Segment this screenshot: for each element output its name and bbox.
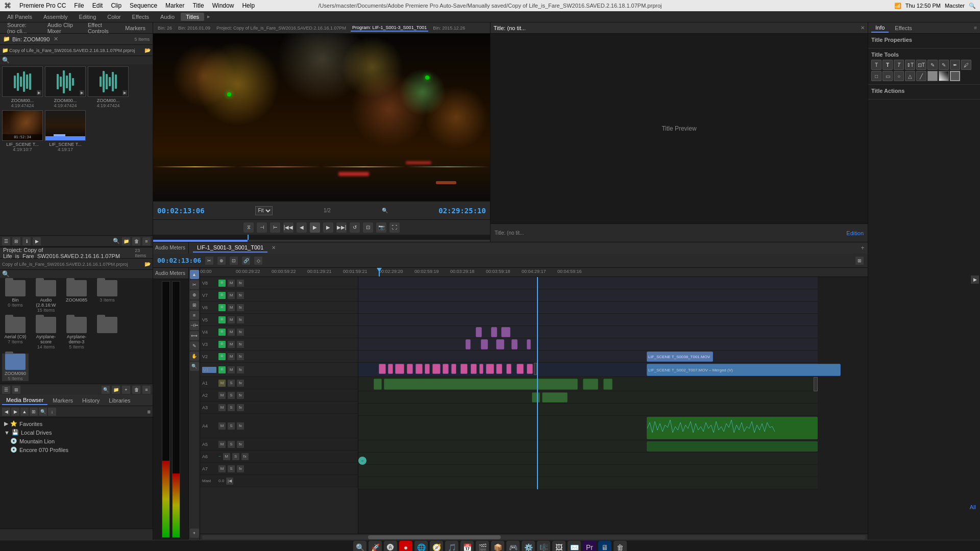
title-tool-pen4-btn[interactable]: 🖊 bbox=[961, 60, 971, 70]
track-v4[interactable] bbox=[358, 326, 818, 338]
track-lock-v4[interactable]: M bbox=[228, 329, 235, 336]
tab-markers[interactable]: Markers bbox=[48, 396, 77, 405]
project-settings-btn[interactable]: ≡ bbox=[142, 386, 151, 394]
clip-v2-lif-scene[interactable]: LIF_SCENE T_S0038_T001.MOV bbox=[647, 352, 713, 362]
clip-v1-lif-merged[interactable]: LIF_SCENE T_S002_T007.MOV – Merged (V) bbox=[647, 364, 841, 376]
clip-v1-8[interactable] bbox=[443, 364, 449, 374]
track-eye-v8[interactable]: 👁 bbox=[218, 280, 226, 287]
track-fx-a3[interactable]: fx bbox=[237, 404, 244, 411]
pm-tab-bin26[interactable]: Bin: 26 bbox=[156, 25, 174, 31]
apple-menu[interactable]: ⌘ bbox=[4, 2, 11, 10]
track-fx-v3[interactable]: fx bbox=[237, 341, 244, 348]
track-eye-v4[interactable]: 👁 bbox=[218, 329, 226, 336]
clip-v1-15[interactable] bbox=[506, 364, 511, 374]
bin-delete-btn[interactable]: 🗑 bbox=[132, 237, 140, 245]
track-fx-v5[interactable]: fx bbox=[237, 316, 244, 323]
dock-launchpad[interactable]: 🚀 bbox=[369, 541, 382, 552]
right-expand-btn[interactable]: ▶ bbox=[971, 276, 979, 284]
track-mute-a6[interactable]: M bbox=[223, 453, 230, 460]
dock-premiere[interactable]: Pr bbox=[583, 541, 596, 552]
list-item[interactable]: Ayrplane-demo-3 5 Items bbox=[63, 317, 90, 349]
track-eye-v2[interactable]: 👁 bbox=[218, 353, 226, 360]
clip-v1-9[interactable] bbox=[451, 364, 456, 374]
clip-v1-17[interactable] bbox=[527, 364, 533, 374]
track-mute-a1[interactable]: M bbox=[218, 380, 226, 387]
clip-v1-2[interactable] bbox=[388, 364, 393, 374]
track-a3[interactable] bbox=[358, 404, 818, 416]
list-item[interactable]: Audio (2.8.16:W 15 Items bbox=[33, 280, 59, 313]
menu-edit[interactable]: Edit bbox=[92, 2, 103, 9]
title-tool-pen-btn[interactable]: ✎ bbox=[927, 60, 938, 70]
dock-spotify[interactable]: 🎵 bbox=[445, 541, 458, 552]
dock-safari[interactable]: 🧭 bbox=[430, 541, 443, 552]
clip-v1-1[interactable] bbox=[379, 364, 386, 374]
dock-screen[interactable]: 🖥 bbox=[598, 541, 611, 552]
tl-ripple-btn[interactable]: ⊕ bbox=[217, 257, 226, 265]
track-a6-stereo-btn[interactable]: ~ bbox=[358, 457, 366, 465]
list-item[interactable]: 01:52:34 LIF_SCENE T... 4:19:10:7 bbox=[2, 110, 43, 152]
track-mute-a3[interactable]: M bbox=[218, 404, 226, 411]
clip-v1-7[interactable] bbox=[432, 364, 440, 374]
clip-v4-1[interactable] bbox=[476, 327, 482, 337]
title-tool-line-btn[interactable]: ╱ bbox=[916, 71, 926, 81]
tool-rate-btn[interactable]: ≡ bbox=[190, 311, 199, 320]
clip-v3-1[interactable] bbox=[465, 339, 471, 349]
pm-export-btn[interactable]: 📷 bbox=[376, 222, 386, 233]
track-solo-a2[interactable]: S bbox=[228, 392, 235, 399]
track-solo-a3[interactable]: S bbox=[228, 404, 235, 411]
dock-music[interactable]: 🎼 bbox=[537, 541, 550, 552]
tool-razor-btn[interactable]: ✂ bbox=[190, 280, 199, 289]
bin-new-bin-btn[interactable]: 📁 bbox=[122, 237, 130, 245]
sequence-add-btn[interactable]: + bbox=[857, 242, 868, 254]
dock-finder[interactable]: 🔍 bbox=[353, 541, 366, 552]
list-item[interactable] bbox=[94, 317, 120, 349]
clip-v3-2[interactable] bbox=[481, 339, 488, 349]
track-fx-a1[interactable]: fx bbox=[237, 380, 244, 387]
media-tree-favorites[interactable]: ▶ ⭐ Favorites bbox=[2, 419, 151, 428]
pm-step-back-btn[interactable]: ◀ bbox=[297, 222, 307, 233]
workspace-tab-effects[interactable]: Effects bbox=[127, 13, 154, 21]
track-fx-v4[interactable]: fx bbox=[237, 329, 244, 336]
dock-chrome[interactable]: 🌐 bbox=[414, 541, 428, 552]
list-item[interactable]: ZOOM090 5 Items bbox=[2, 354, 29, 381]
bin-close-icon[interactable]: ✕ bbox=[54, 36, 58, 42]
clip-v1-10[interactable] bbox=[460, 364, 468, 374]
project-new-bin-btn[interactable]: 📁 bbox=[112, 386, 120, 394]
bin-zoom-icon[interactable]: 🔍 bbox=[113, 238, 120, 244]
tool-selection-btn[interactable]: ▲ bbox=[190, 270, 199, 279]
tool-slide-btn[interactable]: ⟺ bbox=[190, 331, 199, 340]
menu-marker[interactable]: Marker bbox=[165, 2, 184, 9]
track-fx-v6[interactable]: fx bbox=[237, 304, 244, 311]
track-fx-v2[interactable]: fx bbox=[237, 353, 244, 360]
tab-audioclipmixer[interactable]: Audio Clip Mixer bbox=[43, 21, 81, 35]
bin-list-view-btn[interactable]: ☰ bbox=[2, 237, 10, 245]
bin-settings-btn[interactable]: ≡ bbox=[142, 237, 151, 245]
track-eye-v5[interactable]: 👁 bbox=[218, 316, 226, 323]
track-fx-a4[interactable]: fx bbox=[237, 422, 244, 430]
pm-step-fwd-btn[interactable]: ▶ bbox=[323, 222, 333, 233]
dock-settings[interactable]: ⚙️ bbox=[522, 541, 535, 552]
track-mute-a4[interactable]: M bbox=[218, 422, 226, 430]
clip-v1-4[interactable] bbox=[407, 364, 413, 374]
menu-premiere[interactable]: Premiere Pro CC bbox=[19, 2, 66, 9]
track-v7[interactable] bbox=[358, 289, 818, 302]
dock-mail[interactable]: ✉️ bbox=[568, 541, 581, 552]
project-search-btn[interactable]: 🔍 bbox=[102, 386, 110, 394]
dock-calendar[interactable]: 📅 bbox=[460, 541, 474, 552]
track-eye-v7[interactable]: 👁 bbox=[218, 292, 226, 299]
mb-up-btn[interactable]: ▲ bbox=[20, 408, 29, 416]
track-a2[interactable] bbox=[358, 391, 818, 404]
tab-source[interactable]: Source: (no cli... bbox=[3, 21, 40, 35]
track-lock-v7[interactable]: M bbox=[228, 292, 235, 299]
title-color-swatch-gradient[interactable] bbox=[939, 71, 949, 81]
clip-v4-2[interactable] bbox=[491, 327, 497, 337]
list-item[interactable]: ▶ ZOOM00... 4:19:47424 bbox=[2, 66, 43, 108]
clip-v1-5[interactable] bbox=[415, 364, 423, 374]
title-color-swatch-gray[interactable] bbox=[927, 71, 938, 81]
title-tool-rect-btn[interactable]: □ bbox=[871, 71, 881, 81]
media-tree-encore[interactable]: 💿 Encore 070 Profiles bbox=[2, 445, 151, 454]
mb-filter-btn[interactable]: ⊞ bbox=[30, 408, 38, 416]
track-master[interactable] bbox=[358, 477, 818, 489]
pm-go-out-btn[interactable]: ▶▶| bbox=[336, 222, 347, 233]
list-item[interactable]: ▶ ZOOM00... 4:19:47424 bbox=[45, 66, 86, 108]
